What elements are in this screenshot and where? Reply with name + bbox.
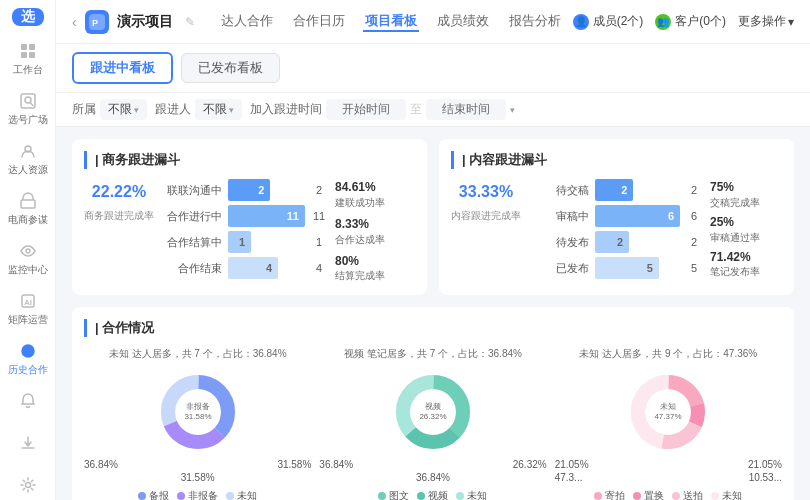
legend-dot: [672, 492, 680, 500]
donut-1-label-right: 31.58%: [277, 459, 311, 470]
filter-end-date[interactable]: 结束时间: [426, 99, 506, 120]
sidebar-item-influencer[interactable]: 达人资源: [4, 134, 52, 182]
donut-2-label-left: 36.84%: [319, 459, 353, 470]
legend-dot: [378, 492, 386, 500]
svg-text:P: P: [92, 18, 98, 28]
main-content: ‹ P 演示项目 ✎ 达人合作 合作日历 项目看板 成员绩效 报告分析 👤 成员…: [56, 0, 810, 500]
content-area: | 商务跟进漏斗 22.22% 商务跟进完成率 联联沟通中 2 2: [56, 127, 810, 500]
business-funnel-card: | 商务跟进漏斗 22.22% 商务跟进完成率 联联沟通中 2 2: [72, 139, 427, 295]
coop-card: | 合作情况 未知 达人居多，共 7 个，占比：36.84% 非报备: [72, 307, 794, 500]
sidebar-item-influencer-label: 达人资源: [8, 164, 48, 176]
content-count-2: 6: [686, 210, 702, 222]
edit-icon[interactable]: ✎: [185, 15, 195, 29]
sidebar-item-select-square[interactable]: 选号广场: [4, 84, 52, 132]
donut-1-legend: 备报 非报备 未知: [138, 489, 257, 500]
shop-icon: [17, 190, 39, 212]
funnel-count-2: 11: [311, 210, 327, 222]
sidebar-item-settings[interactable]: [4, 468, 52, 500]
funnel-count-3: 1: [311, 236, 327, 248]
more-button[interactable]: 更多操作 ▾: [738, 13, 794, 30]
content-rate-3: 71.42% 笔记发布率: [710, 249, 782, 280]
donut-2-label-bottom: 36.84%: [416, 472, 450, 483]
content-count-4: 5: [686, 262, 702, 274]
donut-3-label-mid-right: 10.53...: [749, 472, 782, 483]
funnel-step-4-label: 合作结束: [162, 261, 222, 276]
nav-project-board[interactable]: 项目看板: [363, 12, 419, 32]
sidebar-logo: 选: [12, 8, 44, 26]
nav-influencer-coop[interactable]: 达人合作: [219, 12, 275, 32]
header-right: 👤 成员(2个) 👥 客户(0个) 更多操作 ▾: [573, 13, 794, 30]
nav-coop-history[interactable]: 合作日历: [291, 12, 347, 32]
funnel-bar-2: 11: [228, 205, 305, 227]
sidebar-item-workspace[interactable]: 工作台: [4, 34, 52, 82]
content-bar-3: 2: [595, 231, 629, 253]
funnel-row-2: 合作进行中 11 11: [162, 205, 327, 227]
legend-item-2-2: 视频: [417, 489, 448, 500]
sidebar-item-history[interactable]: 历史合作: [4, 334, 52, 382]
svg-point-13: [25, 483, 30, 488]
sidebar-item-monitor[interactable]: 监控中心: [4, 234, 52, 282]
svg-point-9: [26, 249, 30, 253]
filter-owner-select[interactable]: 不限 ▾: [100, 99, 147, 120]
tab-bar: 跟进中看板 已发布看板: [56, 44, 810, 93]
content-big-pct: 33.33%: [459, 183, 513, 201]
tab-following-board[interactable]: 跟进中看板: [72, 52, 173, 84]
sidebar-bottom: [4, 384, 52, 500]
business-big-pct: 22.22%: [92, 183, 146, 201]
svg-rect-3: [29, 52, 35, 58]
eye-icon: [17, 240, 39, 262]
svg-rect-2: [21, 52, 27, 58]
content-count-3: 2: [686, 236, 702, 248]
svg-rect-0: [21, 44, 27, 50]
svg-text:AI: AI: [24, 298, 32, 307]
back-icon[interactable]: ‹: [72, 14, 77, 30]
legend-item-3-1: 寄拍: [594, 489, 625, 500]
donut-1-sub: 未知 达人居多，共 7 个，占比：36.84%: [109, 347, 287, 361]
legend-item-2-1: 图文: [378, 489, 409, 500]
content-funnel-row-4: 已发布 5 5: [529, 257, 702, 279]
svg-rect-1: [29, 44, 35, 50]
grid-icon: [17, 40, 39, 62]
sidebar-item-ai[interactable]: AI 矩阵运营: [4, 284, 52, 332]
content-funnel-rates: 75% 交稿完成率 25% 审稿通过率 71.42% 笔记发布率: [710, 179, 782, 279]
filter-bar: 所属 不限 ▾ 跟进人 不限 ▾ 加入跟进时间 开始时间 至 结束时间 ▾: [56, 93, 810, 127]
donut-3-legend: 寄拍 置换 送拍 未知: [594, 489, 742, 500]
donut-row: 未知 达人居多，共 7 个，占比：36.84% 非报备 31.58%: [84, 347, 782, 500]
svg-text:未知: 未知: [660, 402, 676, 411]
funnel-row-3: 合作结算中 1 1: [162, 231, 327, 253]
business-funnel-title: | 商务跟进漏斗: [84, 151, 415, 169]
content-funnel-row-2: 审稿中 6 6: [529, 205, 702, 227]
sidebar-item-bell[interactable]: [4, 384, 52, 420]
nav-member-perf[interactable]: 成员绩效: [435, 12, 491, 32]
filter-follower-select[interactable]: 不限 ▾: [195, 99, 242, 120]
business-funnel-bars: 联联沟通中 2 2 合作进行中 11 11: [162, 179, 327, 279]
customers-badge[interactable]: 👥 客户(0个): [655, 13, 726, 30]
more-label: 更多操作: [738, 13, 786, 30]
funnel-bar-1: 2: [228, 179, 270, 201]
sidebar-item-ecommerce[interactable]: 电商参谋: [4, 184, 52, 232]
content-big-label: 内容跟进完成率: [451, 209, 521, 223]
legend-dot: [417, 492, 425, 500]
business-big-label: 商务跟进完成率: [84, 209, 154, 223]
tab-published-board[interactable]: 已发布看板: [181, 53, 280, 83]
legend-item-1-3: 未知: [226, 489, 257, 500]
filter-start-date[interactable]: 开始时间: [326, 99, 406, 120]
donut-3-sub: 未知 达人居多，共 9 个，占比：47.36%: [579, 347, 757, 361]
content-step-3: 待发布: [529, 235, 589, 250]
legend-dot: [594, 492, 602, 500]
content-rate-2: 25% 审稿通过率: [710, 214, 782, 245]
content-funnel-title: | 内容跟进漏斗: [451, 151, 782, 169]
svg-text:视频: 视频: [425, 402, 441, 411]
funnel-count-1: 2: [311, 184, 327, 196]
content-bar-wrap-1: 2: [595, 179, 680, 201]
content-funnel-bars: 待交稿 2 2 审稿中 6 6: [529, 179, 702, 279]
donut-2: 视频 笔记居多，共 7 个，占比：36.84% 视频 26.32% 36.84%…: [319, 347, 546, 500]
sidebar-item-download[interactable]: [4, 426, 52, 462]
header-nav: 达人合作 合作日历 项目看板 成员绩效 报告分析: [219, 12, 563, 32]
donut-3-label-left: 21.05%: [555, 459, 589, 470]
nav-report[interactable]: 报告分析: [507, 12, 563, 32]
ai-icon: AI: [17, 290, 39, 312]
donut-1-chart: 非报备 31.58%: [153, 367, 243, 457]
search-square-icon: [17, 90, 39, 112]
members-badge[interactable]: 👤 成员(2个): [573, 13, 644, 30]
